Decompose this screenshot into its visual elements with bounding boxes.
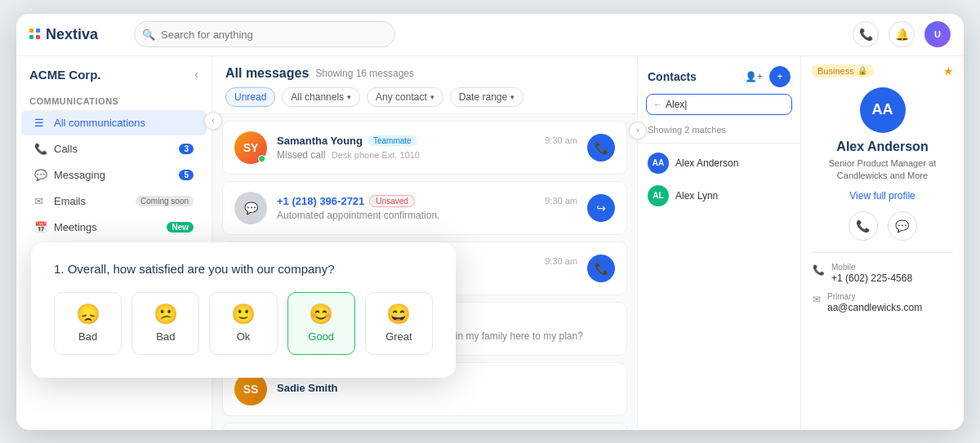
lock-icon: 🔒: [858, 66, 867, 75]
contact-business-tag: Business 🔒: [811, 64, 874, 78]
calls-icon: 📞: [34, 143, 47, 155]
contacts-panel: › Contacts 👤+ + ← Showing 2 matches AA A…: [637, 14, 800, 430]
table-row[interactable]: 💬 +1 (218) 396-2721 Unsaved 9:30 am Auto…: [222, 181, 627, 235]
call-action-button[interactable]: 📞: [587, 255, 615, 282]
contacts-collapse-arrow[interactable]: ›: [629, 122, 647, 140]
messages-header: All messages Showing 16 messages Unread …: [212, 56, 637, 114]
message-tag: Unsaved: [369, 195, 414, 207]
topbar-actions: 📞 🔔 U: [853, 21, 951, 47]
contact-avatar: AL: [648, 185, 669, 206]
filter-date-range[interactable]: Date range ▾: [450, 87, 523, 107]
survey-option-bad[interactable]: 😕 Bad: [131, 292, 199, 355]
all-communications-icon: ☰: [34, 117, 47, 129]
sidebar-item-messaging[interactable]: 💬 Messaging 5: [21, 162, 207, 188]
user-avatar[interactable]: U: [924, 21, 951, 47]
contact-avatar: AA: [648, 153, 669, 174]
sidebar-item-meetings-label: Meetings: [54, 221, 97, 233]
sidebar-item-meetings[interactable]: 📅 Meetings New: [21, 215, 207, 240]
table-row[interactable]: SY Samantha Young Teammate 9:30 am Misse…: [222, 121, 627, 175]
logo-dot-3: [29, 35, 33, 39]
messages-count: Showing 16 messages: [315, 68, 414, 79]
sidebar-expand-arrow[interactable]: ‹: [204, 112, 222, 130]
list-item[interactable]: AL Alex Lynn: [638, 179, 800, 212]
user-avatar-initials: U: [934, 29, 941, 39]
sidebar-item-emails[interactable]: ✉ Emails Coming soon: [21, 188, 207, 214]
phone-icon: 📞: [595, 262, 608, 275]
filter-all-channels[interactable]: All channels ▾: [282, 87, 360, 107]
survey-options: 😞 Bad 😕 Bad 🙂 Ok 😊 Good 😄 Great: [54, 292, 433, 355]
contacts-search-input[interactable]: [666, 99, 785, 110]
ok-label: Ok: [237, 330, 251, 343]
contacts-search-box[interactable]: ←: [646, 94, 792, 115]
reply-action-button[interactable]: ↩: [587, 194, 615, 222]
topbar: Nextiva 🔍 📞 🔔 U: [16, 14, 964, 56]
view-full-profile-link[interactable]: View full profile: [811, 190, 954, 202]
contact-avatar-large: AA: [860, 87, 906, 133]
sidebar-item-calls[interactable]: 📞 Calls 3: [21, 136, 207, 162]
meetings-icon: 📅: [34, 221, 47, 233]
survey-option-good[interactable]: 😊 Good: [287, 292, 355, 355]
search-back-icon[interactable]: ←: [653, 100, 662, 109]
bad-emoji: 😕: [154, 304, 178, 324]
contact-fullname: Alex Anderson: [811, 140, 954, 154]
notification-icon-button[interactable]: 🔔: [889, 21, 915, 47]
company-name: ACME Corp.: [29, 68, 101, 82]
list-item[interactable]: AA Alex Anderson: [638, 147, 800, 179]
sidebar-item-all-communications-label: All communications: [54, 117, 145, 129]
app-container: Nextiva 🔍 📞 🔔 U ACME Corp. ‹ Communicati…: [16, 14, 964, 430]
primary-email-value: aa@candlewicks.com: [827, 302, 922, 313]
star-icon[interactable]: ★: [943, 64, 954, 78]
logo-grid-icon: [29, 29, 41, 40]
messaging-icon: 💬: [34, 169, 47, 181]
messages-title-row: All messages Showing 16 messages: [225, 66, 624, 81]
avatar: 💬: [234, 192, 267, 224]
sidebar-item-calls-label: Calls: [54, 143, 78, 155]
contact-message-button[interactable]: 💬: [888, 211, 917, 241]
call-action-button[interactable]: 📞: [587, 134, 615, 162]
table-row[interactable]: 💬 Ryan Billings +4 others: [222, 423, 627, 430]
logo-dot-2: [36, 29, 40, 33]
chevron-down-icon: ▾: [510, 93, 514, 101]
sidebar-section-label: Communications: [16, 88, 212, 109]
mobile-value: +1 (602) 225-4568: [831, 272, 912, 284]
emails-badge: Coming soon: [136, 196, 194, 206]
messaging-badge: 5: [179, 170, 194, 180]
contacts-title: Contacts: [648, 70, 737, 83]
survey-option-great[interactable]: 😄 Great: [365, 292, 433, 355]
app-logo: Nextiva: [29, 26, 98, 43]
message-info: Sadie Smith: [277, 382, 615, 396]
filter-any-contact[interactable]: Any contact ▾: [367, 87, 443, 107]
great-emoji: 😄: [386, 304, 411, 324]
phone-icon: 📞: [595, 141, 608, 154]
contact-name: Alex Anderson: [675, 157, 738, 169]
good-label: Good: [308, 330, 334, 343]
contact-actions: 📞 💬: [811, 211, 954, 241]
filter-row: Unread All channels ▾ Any contact ▾ Date…: [225, 87, 624, 107]
email-icon: ✉: [813, 294, 821, 305]
logo-dot-1: [29, 29, 33, 33]
add-contact-person-icon[interactable]: 👤+: [743, 66, 764, 87]
survey-option-ok[interactable]: 🙂 Ok: [209, 292, 277, 355]
sidebar-item-messaging-label: Messaging: [54, 169, 105, 181]
contact-tags-row: Business 🔒 ★: [811, 64, 954, 78]
survey-option-very-bad[interactable]: 😞 Bad: [54, 292, 122, 355]
ok-emoji: 🙂: [231, 304, 256, 324]
sidebar-collapse-icon[interactable]: ‹: [194, 68, 198, 81]
contacts-search: ←: [646, 94, 792, 115]
contacts-match-label: Showing 2 matches: [638, 122, 800, 140]
contact-detail-panel: Business 🔒 ★ AA Alex Anderson Senior Pro…: [800, 14, 964, 430]
message-sub-preview: Desk phone Ext. 1010: [332, 150, 420, 160]
divider: [811, 252, 954, 253]
messages-title: All messages: [225, 66, 309, 81]
global-search[interactable]: 🔍: [134, 21, 395, 47]
mobile-label: Mobile: [831, 263, 912, 272]
filter-unread[interactable]: Unread: [225, 87, 275, 107]
contact-call-button[interactable]: 📞: [849, 211, 878, 241]
search-input[interactable]: [134, 21, 395, 47]
add-contact-plus-button[interactable]: +: [769, 66, 791, 87]
contact-email-info: ✉ Primary aa@candlewicks.com: [811, 292, 954, 313]
call-icon-button[interactable]: 📞: [853, 21, 879, 47]
divider: [638, 143, 800, 144]
sidebar-item-all-communications[interactable]: ☰ All communications: [21, 110, 207, 135]
message-preview: Automated appointment confirmation.: [277, 210, 577, 221]
